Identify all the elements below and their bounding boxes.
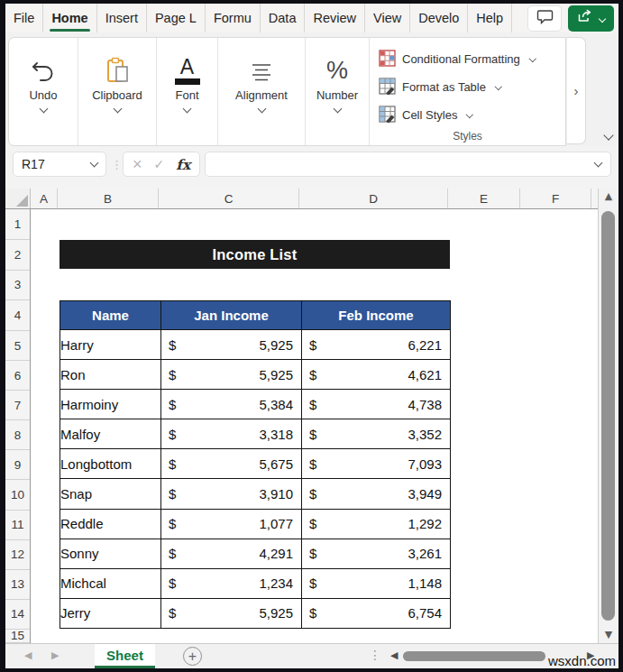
row-header-8[interactable]: 8 <box>5 420 30 450</box>
alignment-group[interactable]: Alignment <box>218 38 306 145</box>
column-header-e[interactable]: E <box>448 189 520 208</box>
table-row[interactable]: Harry$5,925$6,221 <box>60 330 451 360</box>
cell-name[interactable]: Jerry <box>60 598 161 628</box>
row-header-14[interactable]: 14 <box>5 600 30 630</box>
comments-button[interactable] <box>527 5 562 32</box>
cell-feb-income[interactable]: $6,754 <box>302 598 451 628</box>
tab-insert[interactable]: Insert <box>97 4 147 32</box>
enter-icon[interactable]: ✓ <box>154 157 165 171</box>
tab-help[interactable]: Help <box>468 4 512 32</box>
cancel-icon[interactable]: × <box>133 156 142 172</box>
row-header-7[interactable]: 7 <box>5 391 30 420</box>
cell-jan-income[interactable]: $3,318 <box>161 419 302 449</box>
cell-jan-income[interactable]: $5,384 <box>161 390 302 419</box>
cell-name[interactable]: Sonny <box>60 539 161 568</box>
row-header-2[interactable]: 2 <box>5 240 30 271</box>
tab-review[interactable]: Review <box>305 4 365 32</box>
cell-name[interactable]: Harry <box>60 330 161 360</box>
table-row[interactable]: Ron$5,925$4,621 <box>60 360 451 390</box>
cell-jan-income[interactable]: $4,291 <box>161 539 302 568</box>
table-row[interactable]: Michcal$1,234$1,148 <box>60 568 451 598</box>
row-header-1[interactable]: 1 <box>5 209 30 240</box>
cell-feb-income[interactable]: $3,261 <box>302 539 451 568</box>
next-sheet-icon[interactable]: ▶ <box>51 649 59 661</box>
tab-page-l[interactable]: Page L <box>147 4 206 32</box>
vertical-scrollbar[interactable]: ▲ ▼ <box>598 189 618 643</box>
row-header-15[interactable]: 15 <box>5 630 30 643</box>
vertical-scrollbar-thumb[interactable] <box>601 211 615 621</box>
tab-view[interactable]: View <box>365 4 410 32</box>
cell-feb-income[interactable]: $4,621 <box>302 360 451 390</box>
column-header-f[interactable]: F <box>520 189 591 208</box>
column-header-c[interactable]: C <box>159 189 299 208</box>
font-group[interactable]: A Font <box>157 38 218 145</box>
add-sheet-button[interactable]: + <box>183 647 202 666</box>
tab-home[interactable]: Home <box>43 4 96 32</box>
cell-jan-income[interactable]: $5,925 <box>161 360 302 390</box>
table-row[interactable]: Harmoiny$5,384$4,738 <box>60 390 451 419</box>
row-header-10[interactable]: 10 <box>5 480 30 510</box>
tab-bar-splitter[interactable]: ⋮ <box>369 648 381 662</box>
cell-name[interactable]: Reddle <box>60 509 161 539</box>
sheet-tab[interactable]: Sheet <box>95 644 155 668</box>
cell-jan-income[interactable]: $5,675 <box>161 449 302 479</box>
undo-group[interactable]: Undo <box>9 38 78 145</box>
cell-styles-button[interactable]: Cell Styles <box>379 101 565 129</box>
select-all-corner[interactable] <box>5 189 31 208</box>
cell-feb-income[interactable]: $3,352 <box>302 419 451 449</box>
tab-develo[interactable]: Develo <box>410 4 468 32</box>
number-group[interactable]: % Number <box>306 38 370 145</box>
format-as-table-button[interactable]: Format as Table <box>379 73 565 101</box>
row-header-13[interactable]: 13 <box>5 570 30 600</box>
ribbon-more-button[interactable]: › <box>566 37 586 144</box>
cell-jan-income[interactable]: $1,234 <box>161 568 302 598</box>
table-row[interactable]: Reddle$1,077$1,292 <box>60 509 451 539</box>
conditional-formatting-button[interactable]: Conditional Formatting <box>379 45 565 73</box>
tab-file[interactable]: File <box>5 4 43 32</box>
cell-jan-income[interactable]: $5,925 <box>161 330 302 360</box>
tab-data[interactable]: Data <box>261 4 306 32</box>
cell-name[interactable]: Snap <box>60 479 161 509</box>
cell-feb-income[interactable]: $3,949 <box>302 479 451 509</box>
horizontal-scrollbar-thumb[interactable] <box>403 651 545 661</box>
row-header-11[interactable]: 11 <box>5 511 30 540</box>
collapse-ribbon-button[interactable] <box>605 126 612 143</box>
scroll-down-icon[interactable]: ▼ <box>599 629 618 640</box>
table-row[interactable]: Sonny$4,291$3,261 <box>60 539 451 568</box>
row-header-12[interactable]: 12 <box>5 540 30 570</box>
name-box[interactable]: R17 <box>13 152 106 177</box>
cell-feb-income[interactable]: $4,738 <box>302 390 451 419</box>
sheet-grid[interactable]: 123456789101112131415 Income List NameJa… <box>5 209 598 643</box>
row-header-3[interactable]: 3 <box>5 271 30 301</box>
column-header-b[interactable]: B <box>58 189 159 208</box>
insert-function-icon[interactable]: fx <box>176 156 190 173</box>
row-header-5[interactable]: 5 <box>5 331 30 361</box>
cell-name[interactable]: Malfoy <box>60 419 161 449</box>
cell-name[interactable]: Ron <box>60 360 161 390</box>
tab-formu[interactable]: Formu <box>206 4 261 32</box>
cell-jan-income[interactable]: $3,910 <box>161 479 302 509</box>
table-row[interactable]: Snap$3,910$3,949 <box>60 479 451 509</box>
cell-feb-income[interactable]: $1,148 <box>302 568 451 598</box>
row-header-9[interactable]: 9 <box>5 450 30 480</box>
row-header-4[interactable]: 4 <box>5 300 30 331</box>
clipboard-group[interactable]: Clipboard <box>78 38 157 145</box>
column-header-d[interactable]: D <box>299 189 448 208</box>
cell-name[interactable]: Longbottom <box>60 449 161 479</box>
cell-jan-income[interactable]: $1,077 <box>161 509 302 539</box>
cell-feb-income[interactable]: $7,093 <box>302 449 451 479</box>
prev-sheet-icon[interactable]: ◀ <box>24 649 32 661</box>
scroll-up-icon[interactable]: ▲ <box>599 190 618 202</box>
share-button[interactable] <box>568 5 614 32</box>
row-header-6[interactable]: 6 <box>5 361 30 391</box>
table-row[interactable]: Jerry$5,925$6,754 <box>60 598 451 628</box>
formula-bar-splitter[interactable]: ⋮ <box>111 158 118 171</box>
cell-name[interactable]: Michcal <box>60 568 161 598</box>
column-header-a[interactable]: A <box>31 189 58 208</box>
scroll-left-icon[interactable]: ◀ <box>390 649 398 661</box>
cell-name[interactable]: Harmoiny <box>60 390 161 419</box>
cell-feb-income[interactable]: $6,221 <box>302 330 451 360</box>
table-row[interactable]: Malfoy$3,318$3,352 <box>60 419 451 449</box>
formula-input[interactable] <box>205 152 611 177</box>
cell-jan-income[interactable]: $5,925 <box>161 598 302 628</box>
